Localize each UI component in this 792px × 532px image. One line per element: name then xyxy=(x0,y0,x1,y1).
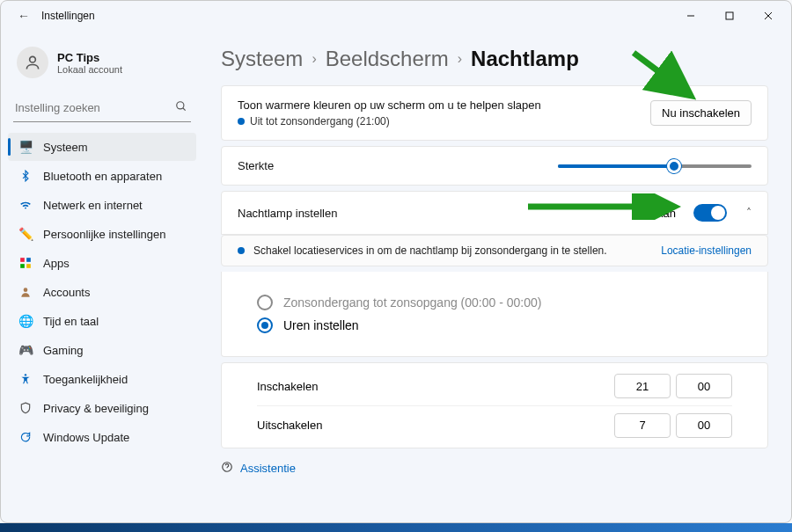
nightlight-status: Uit tot zonsondergang (21:00) xyxy=(238,115,638,128)
close-button[interactable] xyxy=(749,3,788,29)
sidebar-item-apps[interactable]: Apps xyxy=(8,249,196,277)
schedule-toggle[interactable] xyxy=(693,204,727,222)
svg-point-5 xyxy=(177,102,184,109)
sidebar-item-network[interactable]: Netwerk en internet xyxy=(8,191,196,219)
breadcrumb: Systeem › Beeldscherm › Nachtlamp xyxy=(221,47,768,71)
sidebar-item-label: Accounts xyxy=(43,286,90,299)
chevron-right-icon: › xyxy=(458,51,462,67)
svg-point-12 xyxy=(25,374,26,375)
radio-set-hours[interactable]: Uren instellen xyxy=(257,317,732,333)
taskbar xyxy=(0,523,792,532)
turn-off-row: Uitschakelen xyxy=(257,405,732,444)
assistance-link[interactable]: Assistentie xyxy=(221,461,768,476)
svg-rect-10 xyxy=(26,264,31,268)
sidebar: PC Tips Lokaal account 🖥️ Systeem xyxy=(1,31,203,522)
crumb-current: Nachtlamp xyxy=(471,47,579,71)
radio-icon xyxy=(257,317,273,333)
sidebar-item-privacy[interactable]: Privacy & beveiliging xyxy=(8,394,196,422)
window-title: Instellingen xyxy=(41,10,95,22)
svg-rect-7 xyxy=(20,258,25,262)
slider-thumb[interactable] xyxy=(667,159,681,173)
svg-point-11 xyxy=(24,288,28,292)
sidebar-item-label: Apps xyxy=(43,257,70,270)
sidebar-item-label: Netwerk en internet xyxy=(43,199,143,212)
turn-on-hour[interactable] xyxy=(614,374,671,398)
crumb-system[interactable]: Systeem xyxy=(221,47,303,71)
strength-label: Sterkte xyxy=(238,159,546,172)
sidebar-item-personalization[interactable]: ✏️ Persoonlijke instellingen xyxy=(8,220,196,248)
back-button[interactable]: ← xyxy=(11,4,36,28)
profile-name: PC Tips xyxy=(57,51,122,64)
shield-icon xyxy=(18,401,33,415)
strength-card: Sterkte xyxy=(221,146,768,186)
wifi-icon xyxy=(18,198,33,212)
turn-off-min[interactable] xyxy=(676,413,732,438)
sidebar-item-label: Gaming xyxy=(43,344,84,357)
sidebar-item-label: Privacy & beveiliging xyxy=(43,402,149,415)
svg-rect-8 xyxy=(26,258,31,262)
sidebar-item-label: Toegankelijkheid xyxy=(43,373,128,386)
sidebar-item-bluetooth[interactable]: Bluetooth en apparaten xyxy=(8,162,196,190)
location-settings-link[interactable]: Locatie-instellingen xyxy=(661,244,752,257)
chevron-up-icon[interactable]: ˄ xyxy=(746,207,752,219)
crumb-display[interactable]: Beeldscherm xyxy=(326,47,449,71)
window-controls xyxy=(671,3,788,29)
svg-rect-1 xyxy=(726,12,733,19)
status-dot-icon xyxy=(238,118,245,125)
globe-icon: 🌐 xyxy=(18,314,33,328)
turn-on-min[interactable] xyxy=(676,374,732,398)
chevron-right-icon: › xyxy=(312,51,316,67)
radio-icon xyxy=(257,295,273,310)
sidebar-item-label: Tijd en taal xyxy=(43,315,99,328)
turn-on-label: Inschakelen xyxy=(257,380,609,393)
schedule-card[interactable]: Nachtlamp instellen Aan ˄ xyxy=(221,191,768,235)
turn-off-hour[interactable] xyxy=(614,413,671,438)
location-info-text: Schakel locatieservices in om de nachtla… xyxy=(253,244,607,257)
search-icon xyxy=(172,100,191,115)
location-info-strip: Schakel locatieservices in om de nachtla… xyxy=(221,235,768,266)
main-content: Systeem › Beeldscherm › Nachtlamp Toon w… xyxy=(203,31,791,522)
bluetooth-icon xyxy=(18,169,33,183)
turn-off-label: Uitschakelen xyxy=(257,419,609,432)
sidebar-item-gaming[interactable]: 🎮 Gaming xyxy=(8,336,196,364)
sidebar-item-accessibility[interactable]: Toegankelijkheid xyxy=(8,365,196,393)
titlebar: ← Instellingen xyxy=(1,1,791,31)
info-dot-icon xyxy=(238,247,245,254)
toggle-state: Aan xyxy=(656,207,676,220)
gaming-icon: 🎮 xyxy=(18,343,33,357)
turn-on-row: Inschakelen xyxy=(257,367,732,405)
accessibility-icon xyxy=(18,372,33,386)
person-icon xyxy=(18,285,33,299)
radio-sunset: Zonsondergang tot zonsopgang (00:00 - 00… xyxy=(257,295,732,310)
settings-window: ← Instellingen PC Tips Lokaal account xyxy=(0,0,792,523)
search-input[interactable] xyxy=(13,98,172,118)
schedule-options: Zonsondergang tot zonsopgang (00:00 - 00… xyxy=(221,272,768,357)
strength-slider[interactable] xyxy=(558,164,752,168)
enable-now-button[interactable]: Nu inschakelen xyxy=(650,100,752,126)
update-icon xyxy=(18,430,33,444)
avatar xyxy=(17,47,48,78)
profile[interactable]: PC Tips Lokaal account xyxy=(8,38,196,91)
hours-panel: Inschakelen Uitschakelen xyxy=(221,362,768,448)
sidebar-item-label: Windows Update xyxy=(43,431,129,444)
svg-rect-9 xyxy=(20,264,25,268)
nightlight-status-card: Toon warmere kleuren op uw scherm om u t… xyxy=(221,85,768,141)
maximize-button[interactable] xyxy=(710,3,749,29)
search-box[interactable] xyxy=(13,94,191,122)
sidebar-item-system[interactable]: 🖥️ Systeem xyxy=(8,133,196,161)
sidebar-item-label: Bluetooth en apparaten xyxy=(43,170,162,183)
apps-icon xyxy=(18,256,33,270)
minimize-button[interactable] xyxy=(671,3,710,29)
system-icon: 🖥️ xyxy=(18,140,33,154)
schedule-label: Nachtlamp instellen xyxy=(238,207,643,220)
nightlight-desc: Toon warmere kleuren op uw scherm om u t… xyxy=(238,98,638,112)
sidebar-item-label: Persoonlijke instellingen xyxy=(43,228,165,241)
svg-point-4 xyxy=(30,56,36,62)
brush-icon: ✏️ xyxy=(18,227,33,241)
sidebar-item-label: Systeem xyxy=(43,141,88,154)
sidebar-item-time-language[interactable]: 🌐 Tijd en taal xyxy=(8,307,196,335)
sidebar-item-windows-update[interactable]: Windows Update xyxy=(8,423,196,451)
assistance-icon xyxy=(221,461,233,476)
sidebar-item-accounts[interactable]: Accounts xyxy=(8,278,196,306)
svg-line-6 xyxy=(183,108,186,111)
